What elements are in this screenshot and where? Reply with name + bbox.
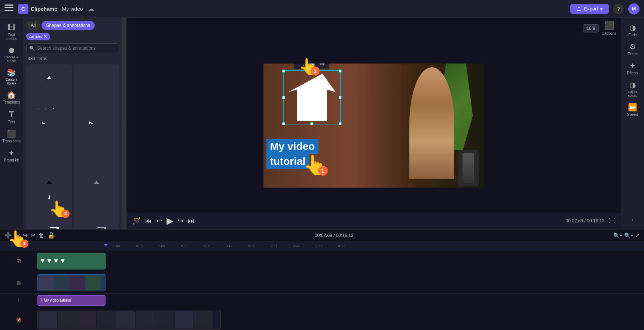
- right-panel-fade[interactable]: ◑ Fade: [622, 21, 643, 39]
- filters-icon: ⚙: [629, 42, 636, 51]
- small-figure: [458, 150, 479, 186]
- track-label-text: T: [0, 298, 37, 302]
- filter-tag-arrows[interactable]: Arrows ✕: [26, 33, 50, 40]
- ruler-time-marks: 0:00 0:03 0:06 0:09 0:12 0:15 0:18 0:21 …: [106, 244, 644, 248]
- right-panel-effects[interactable]: ✦ Effects: [622, 59, 643, 77]
- right-panel: ◑ Fade ⚙ Filters ✦ Effects ◑ Adjustcolor…: [621, 18, 644, 229]
- track-content-text: T My video tutorial: [37, 294, 644, 307]
- search-icon: 🔍: [29, 46, 35, 51]
- video-container: ⛶ ⬜ •••: [126, 38, 621, 213]
- rewind-btn[interactable]: ↩: [156, 217, 162, 225]
- sidebar-item-your-media[interactable]: 🎞 Your media: [1, 21, 22, 43]
- right-panel-adjust[interactable]: ◑ Adjustcolors: [622, 78, 643, 100]
- menu-icon[interactable]: [4, 4, 13, 13]
- sidebar-item-record[interactable]: ⏺ Record &create: [1, 44, 22, 65]
- ruler-marks: 0:00 0:03 0:06 0:09 0:12 0:15 0:18 0:21 …: [37, 244, 644, 248]
- shape-arrow-11a[interactable]: [26, 214, 72, 229]
- tab-shapes-annotations[interactable]: Shapes & annotations: [42, 21, 94, 30]
- brand-icon: ✦: [8, 148, 15, 157]
- track-main-video: 🔇: [0, 307, 644, 330]
- timeline: ➕ ↩ ↪ ✂ 🗑 🔒 00:02.69 / 00:16.13 🔍− 🔍+ ⤢ …: [0, 229, 644, 330]
- sidebar-item-content-library[interactable]: 📚 Contentlibrary: [1, 66, 22, 87]
- tl-cut-btn[interactable]: ✂: [31, 232, 36, 239]
- skip-back-btn[interactable]: ⏮: [145, 217, 152, 225]
- shape-selection-box[interactable]: ↻: [283, 70, 341, 124]
- main-thumb-2: [58, 311, 77, 329]
- panel-collapse-btn[interactable]: ›: [632, 213, 634, 226]
- logo-box: C: [18, 4, 28, 14]
- video-thumbnails: [39, 275, 104, 290]
- right-panel-speed[interactable]: ⏩ Speed: [622, 101, 643, 119]
- filter-remove-icon[interactable]: ✕: [43, 34, 47, 39]
- sidebar-item-brand-kit[interactable]: ✦ Brand kit: [1, 146, 22, 164]
- main-thumb-9: [194, 311, 213, 329]
- speed-icon: ⏩: [628, 103, 637, 112]
- clip-video-thumbs[interactable]: [37, 274, 106, 292]
- captions-button[interactable]: ⬛ Captions: [602, 21, 616, 36]
- track-arrows: 🏹 ▼▼▼▼: [0, 250, 644, 272]
- search-input[interactable]: [26, 43, 119, 53]
- video-text-line1: My video: [266, 139, 319, 154]
- app-logo: C Clipchamp: [18, 4, 58, 14]
- aspect-ratio-badge[interactable]: 16:9: [583, 24, 598, 33]
- record-icon: ⏺: [8, 46, 15, 55]
- thumb-4: [86, 275, 101, 290]
- tab-all[interactable]: All: [26, 21, 40, 30]
- time-display: 00:02.69 / 00:16.13: [566, 218, 604, 223]
- export-button[interactable]: Export ▾: [570, 4, 609, 14]
- effects-icon: ✦: [629, 61, 636, 70]
- search-container: 🔍: [23, 42, 122, 55]
- more-shape-btn[interactable]: •••: [318, 64, 326, 68]
- clip-arrows[interactable]: ▼▼▼▼: [37, 253, 106, 270]
- resize-handle[interactable]: ⋮: [123, 18, 126, 229]
- help-button[interactable]: ?: [613, 4, 624, 14]
- sidebar: 🎞 Your media ⏺ Record &create 📚 Contentl…: [0, 18, 23, 229]
- shapes-panel: All Shapes & annotations Arrows ✕ 🔍 330 …: [23, 18, 123, 229]
- play-btn[interactable]: ▶: [167, 216, 173, 226]
- thumb-2: [54, 275, 69, 290]
- sidebar-item-text[interactable]: T Text: [1, 107, 22, 126]
- project-title[interactable]: My video: [62, 6, 83, 12]
- clip-text-overlay[interactable]: T My video tutorial: [37, 295, 106, 306]
- user-avatar[interactable]: M: [628, 3, 640, 15]
- main-thumb-1: [39, 311, 57, 329]
- track-content-arrows: ▼▼▼▼: [37, 250, 644, 272]
- arrow-shape-svg: [284, 71, 340, 124]
- sidebar-item-templates[interactable]: 🏠 Templates: [1, 88, 22, 107]
- tl-delete-btn[interactable]: 🗑: [39, 232, 45, 239]
- fade-icon: ◑: [629, 23, 636, 32]
- text-overlay[interactable]: My video tutorial: [266, 139, 319, 169]
- sidebar-item-transitions[interactable]: ⬛ Transitions: [1, 127, 22, 145]
- zoom-controls: 🔍− 🔍+ ⤢: [613, 232, 640, 238]
- small-figure-body: [463, 153, 474, 183]
- right-panel-filters[interactable]: ⚙ Filters: [622, 40, 643, 58]
- main-thumb-3: [77, 311, 96, 329]
- zoom-out-btn[interactable]: 🔍−: [613, 232, 623, 238]
- main-thumb-5: [116, 311, 135, 329]
- zoom-in-btn[interactable]: 🔍+: [624, 232, 634, 238]
- filter-row: Arrows ✕: [23, 30, 122, 42]
- main-layout: 🎞 Your media ⏺ Record &create 📚 Contentl…: [0, 18, 644, 229]
- video-text-line2: tutorial: [266, 154, 309, 169]
- skip-forward-btn[interactable]: ⏭: [188, 217, 195, 225]
- templates-icon: 🏠: [7, 90, 16, 99]
- tl-lock-btn[interactable]: 🔒: [48, 232, 55, 239]
- track-label-video: 🎥: [0, 281, 37, 285]
- magic-btn[interactable]: 🪄: [132, 217, 141, 225]
- video-preview[interactable]: ⛶ ⬜ •••: [263, 64, 484, 188]
- tl-redo-btn[interactable]: ↪: [23, 232, 28, 239]
- shape-arrow-11b[interactable]: [74, 214, 120, 229]
- shapes-tabs: All Shapes & annotations: [23, 18, 122, 30]
- tl-undo-btn[interactable]: ↩: [15, 232, 20, 239]
- clip-main-video[interactable]: [37, 310, 221, 330]
- media-icon: 🎞: [8, 23, 15, 32]
- shapes-grid: [23, 63, 122, 229]
- shape-container: ⛶ ⬜ •••: [283, 70, 341, 124]
- cloud-icon: ☁: [88, 5, 94, 13]
- fit-btn[interactable]: ⤢: [635, 232, 640, 238]
- library-icon: 📚: [7, 68, 16, 77]
- forward-btn[interactable]: ↪: [178, 217, 183, 225]
- fullscreen-btn[interactable]: ⛶: [609, 218, 615, 224]
- tl-add-btn[interactable]: ➕: [4, 232, 12, 239]
- resize-shape-btn[interactable]: ⛶: [297, 64, 305, 68]
